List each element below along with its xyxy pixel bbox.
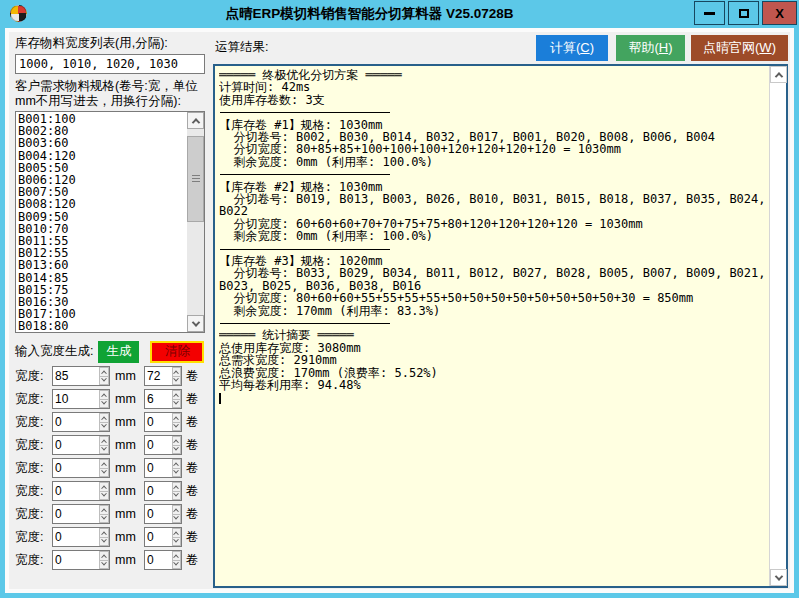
- result-scrollbar[interactable]: [769, 66, 786, 586]
- list-item[interactable]: B009:50: [18, 211, 186, 223]
- spin-down-button[interactable]: [99, 560, 109, 570]
- chevron-down-icon: [101, 491, 107, 497]
- chevron-down-icon: [101, 445, 107, 451]
- width-mm-spinner: [52, 527, 110, 547]
- spin-down-button[interactable]: [99, 445, 109, 455]
- spin-down-button[interactable]: [172, 491, 181, 501]
- mm-unit-label: mm: [115, 392, 137, 406]
- result-textbox[interactable]: ═════ 终极优化分切方案 ═════计算时间: 42ms使用库存卷数: 3支…: [213, 64, 788, 588]
- list-item[interactable]: B003:60: [18, 137, 186, 149]
- rolls-input[interactable]: [145, 459, 172, 477]
- roll-unit-label: 卷: [186, 391, 199, 408]
- width-mm-input[interactable]: [53, 482, 99, 500]
- chevron-down-icon: [174, 399, 180, 405]
- list-item[interactable]: B004:120: [18, 150, 186, 162]
- spin-down-button[interactable]: [99, 537, 109, 547]
- width-mm-input[interactable]: [53, 505, 99, 523]
- official-site-button[interactable]: 点晴官网(W): [691, 35, 788, 61]
- rolls-input[interactable]: [145, 413, 172, 431]
- spinner-buttons: [99, 436, 109, 454]
- rolls-input[interactable]: [145, 482, 172, 500]
- chevron-down-icon: [174, 376, 180, 382]
- width-mm-input[interactable]: [53, 528, 99, 546]
- rolls-input[interactable]: [145, 390, 172, 408]
- spin-down-button[interactable]: [99, 399, 109, 409]
- width-mm-spinner: [52, 550, 110, 570]
- scroll-down-button[interactable]: [187, 315, 204, 332]
- chevron-down-icon: [774, 572, 782, 580]
- chevron-down-icon: [101, 537, 107, 543]
- width-mm-input[interactable]: [53, 551, 99, 569]
- spin-down-button[interactable]: [99, 491, 109, 501]
- list-item[interactable]: B018:80: [18, 320, 186, 331]
- clear-button[interactable]: 清除: [150, 341, 204, 363]
- width-mm-input[interactable]: [53, 413, 99, 431]
- width-mm-input[interactable]: [53, 436, 99, 454]
- spin-down-button[interactable]: [172, 537, 181, 547]
- stock-widths-input[interactable]: [15, 54, 205, 74]
- mm-unit-label: mm: [115, 461, 137, 475]
- width-row-label: 宽度:: [15, 414, 52, 431]
- scroll-up-button[interactable]: [770, 66, 787, 83]
- text-caret: [219, 392, 766, 404]
- width-mm-input[interactable]: [53, 390, 99, 408]
- window-title: 点晴ERP模切料销售智能分切算料器 V25.0728B: [60, 0, 679, 28]
- spin-down-button[interactable]: [172, 399, 181, 409]
- spinner-buttons: [172, 390, 181, 408]
- spin-down-button[interactable]: [99, 468, 109, 478]
- spin-down-button[interactable]: [172, 445, 181, 455]
- spinner-buttons: [99, 505, 109, 523]
- list-item[interactable]: B014:85: [18, 272, 186, 284]
- close-button[interactable]: X: [762, 1, 797, 25]
- window-controls: X: [694, 1, 797, 25]
- maximize-button[interactable]: [728, 1, 759, 25]
- rolls-input[interactable]: [145, 551, 172, 569]
- list-item[interactable]: B008:120: [18, 198, 186, 210]
- spin-down-button[interactable]: [172, 514, 181, 524]
- scroll-down-button[interactable]: [770, 569, 787, 586]
- result-line: 平均每卷利用率: 94.48%: [219, 379, 766, 391]
- width-row: 宽度: mm 卷: [15, 366, 211, 386]
- generate-row: 输入宽度生成: 生成 清除: [15, 340, 211, 363]
- right-panel: 运算结果: 计算(C) 帮助(H) 点晴官网(W) ═════ 终极优化分切方案…: [213, 32, 788, 588]
- spin-down-button[interactable]: [172, 376, 181, 386]
- spin-down-button[interactable]: [172, 468, 181, 478]
- rolls-spinner: [144, 366, 182, 386]
- rolls-input[interactable]: [145, 367, 172, 385]
- chevron-up-icon: [191, 118, 199, 126]
- roll-unit-label: 卷: [186, 460, 199, 477]
- spinner-buttons: [172, 436, 181, 454]
- list-item[interactable]: B013:60: [18, 259, 186, 271]
- title-bar[interactable]: 点晴ERP模切料销售智能分切算料器 V25.0728B X: [0, 0, 799, 28]
- width-row: 宽度: mm 卷: [15, 458, 211, 478]
- grip-icon: [192, 175, 200, 183]
- mm-unit-label: mm: [115, 438, 137, 452]
- demand-list-scrollbar[interactable]: [187, 112, 204, 332]
- scrollbar-thumb[interactable]: [187, 136, 204, 222]
- spinner-buttons: [172, 551, 181, 569]
- width-mm-spinner: [52, 366, 110, 386]
- chevron-down-icon: [101, 514, 107, 520]
- spinner-buttons: [99, 390, 109, 408]
- spin-down-button[interactable]: [99, 422, 109, 432]
- width-mm-input[interactable]: [53, 459, 99, 477]
- demand-list[interactable]: B001:100B002:80B003:60B004:120B005:50B00…: [15, 111, 205, 333]
- chevron-up-icon: [774, 72, 782, 80]
- spin-down-button[interactable]: [99, 514, 109, 524]
- spin-down-button[interactable]: [99, 376, 109, 386]
- rolls-input[interactable]: [145, 505, 172, 523]
- rolls-input[interactable]: [145, 436, 172, 454]
- rolls-input[interactable]: [145, 528, 172, 546]
- rolls-spinner: [144, 458, 182, 478]
- generate-button[interactable]: 生成: [98, 341, 139, 363]
- width-mm-input[interactable]: [53, 367, 99, 385]
- spin-down-button[interactable]: [172, 560, 181, 570]
- calculate-button[interactable]: 计算(C): [536, 35, 608, 61]
- width-mm-spinner: [52, 389, 110, 409]
- minimize-button[interactable]: [694, 1, 725, 25]
- help-button[interactable]: 帮助(H): [616, 35, 685, 61]
- scroll-up-button[interactable]: [187, 112, 204, 129]
- spin-down-button[interactable]: [172, 422, 181, 432]
- width-row-label: 宽度:: [15, 391, 52, 408]
- width-mm-spinner: [52, 458, 110, 478]
